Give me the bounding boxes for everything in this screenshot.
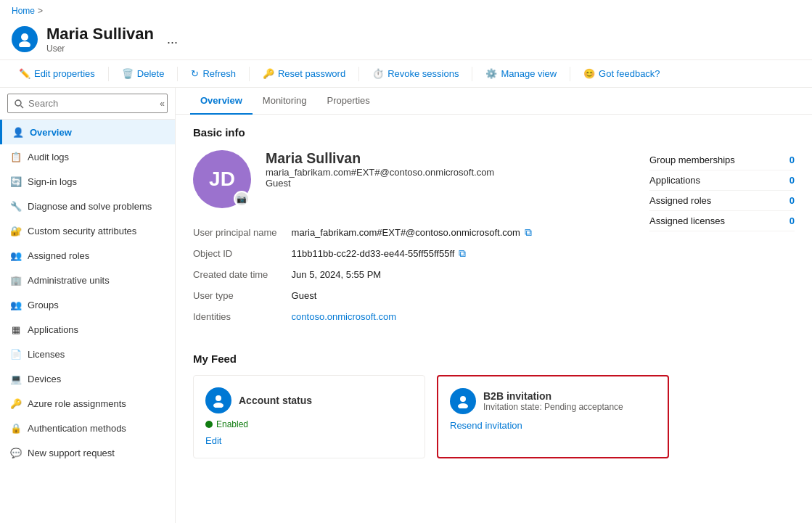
tab-monitoring[interactable]: Monitoring [253,88,317,115]
stat-label: Group memberships [649,155,735,165]
svg-point-3 [213,403,223,408]
refresh-label: Refresh [202,68,236,79]
nav-icon-custom-security: 🔐 [10,225,22,236]
status-text: Enabled [216,419,248,429]
nav-icon-licenses: 📄 [10,348,22,360]
nav-label-azure-roles: Azure role assignments [28,398,126,409]
sidebar-item-groups[interactable]: 👥Groups [0,292,175,317]
camera-icon[interactable]: 📷 [234,191,250,207]
revoke-label: Revoke sessions [387,68,459,79]
reset-password-button[interactable]: 🔑 Reset password [255,65,353,83]
stat-value[interactable]: 0 [790,215,795,226]
reset-label: Reset password [278,68,345,79]
card-status: Enabled [205,419,413,429]
main-layout: « 👤Overview📋Audit logs🔄Sign-in logs🔧Diag… [0,88,812,523]
nav-label-custom-security: Custom security attributes [28,226,136,236]
resend-invitation-link[interactable]: Resend invitation [450,420,656,431]
svg-point-0 [21,33,28,41]
nav-label-licenses: Licenses [28,349,65,360]
revoke-icon: ⏱️ [372,68,384,79]
search-input[interactable] [7,94,168,113]
stat-value[interactable]: 0 [790,175,795,186]
sidebar-item-devices[interactable]: 💻Devices [0,366,175,391]
nav-label-diagnose: Diagnose and solve problems [28,201,152,212]
user-role: User [46,44,154,54]
nav-icon-support: 💬 [10,447,22,458]
field-link[interactable]: contoso.onmicrosoft.com [292,311,397,322]
nav-icon-azure-roles: 🔑 [10,398,22,409]
svg-point-4 [460,396,466,402]
stat-label: Assigned licenses [649,215,725,226]
feed-cards: Account status Enabled Edit B2B invitati… [193,375,795,458]
card-avatar [205,387,231,413]
sidebar-item-sign-in-logs[interactable]: 🔄Sign-in logs [0,169,175,194]
sidebar-search-container: « [0,88,175,120]
content-area: OverviewMonitoringProperties Basic info … [176,88,812,523]
header-avatar [12,26,38,52]
reset-icon: 🔑 [263,68,274,79]
delete-icon: 🗑️ [122,68,134,79]
breadcrumb-home[interactable]: Home [12,6,35,16]
field-text: Jun 5, 2024, 5:55 PM [292,269,382,280]
manage-label: Manage view [501,68,557,79]
nav-label-devices: Devices [28,374,61,384]
user-email: maria_fabrikam.com#EXT#@contoso.onmicros… [266,167,494,178]
tab-overview[interactable]: Overview [190,88,253,115]
stat-value[interactable]: 0 [790,195,795,206]
refresh-icon: ↻ [191,68,199,79]
sidebar-item-diagnose[interactable]: 🔧Diagnose and solve problems [0,194,175,218]
page-title: Maria Sullivan [46,25,154,44]
svg-point-5 [458,403,468,408]
sidebar-item-audit-logs[interactable]: 📋Audit logs [0,144,175,169]
edit-properties-button[interactable]: ✏️ Edit properties [12,65,102,83]
status-dot [205,421,213,428]
nav-label-audit-logs: Audit logs [28,152,69,162]
toolbar-separator-3 [249,67,250,81]
nav-label-sign-in-logs: Sign-in logs [28,176,77,187]
edit-label: Edit properties [34,68,95,79]
feedback-button[interactable]: 😊 Got feedback? [576,65,668,83]
tab-properties[interactable]: Properties [317,88,380,115]
field-label: User principal name [193,226,277,239]
basic-info-title: Basic info [193,126,795,139]
sidebar: « 👤Overview📋Audit logs🔄Sign-in logs🔧Diag… [0,88,176,523]
sidebar-item-assigned-roles[interactable]: 👥Assigned roles [0,243,175,268]
more-options-button[interactable]: ... [163,30,182,49]
stat-value[interactable]: 0 [790,155,795,165]
field-text: maria_fabrikam.com#EXT#@contoso.onmicros… [292,227,520,238]
user-text-info: Maria Sullivan maria_fabrikam.com#EXT#@c… [266,150,494,189]
sidebar-item-support[interactable]: 💬New support request [0,440,175,465]
edit-icon: ✏️ [19,68,30,79]
col-left: JD 📷 Maria Sullivan maria_fabrikam.com#E… [193,150,620,338]
copy-icon[interactable]: ⧉ [525,226,532,239]
feedback-label: Got feedback? [599,68,660,79]
sidebar-nav: 👤Overview📋Audit logs🔄Sign-in logs🔧Diagno… [0,120,175,523]
stat-row: Applications0 [649,170,795,191]
field-value: maria_fabrikam.com#EXT#@contoso.onmicros… [292,226,620,239]
nav-label-assigned-roles: Assigned roles [28,250,89,261]
field-label: User type [193,289,277,302]
collapse-icon[interactable]: « [160,99,165,109]
nav-icon-overview: 👤 [12,126,24,138]
sidebar-item-admin-units[interactable]: 🏢Administrative units [0,268,175,292]
sidebar-item-licenses[interactable]: 📄Licenses [0,342,175,366]
sidebar-item-applications[interactable]: ▦Applications [0,317,175,342]
nav-label-support: New support request [28,448,115,458]
field-label: Identities [193,310,277,324]
delete-button[interactable]: 🗑️ Delete [115,65,172,83]
revoke-sessions-button[interactable]: ⏱️ Revoke sessions [365,65,466,83]
field-value: Jun 5, 2024, 5:55 PM [292,268,620,281]
svg-point-1 [19,41,30,47]
refresh-button[interactable]: ↻ Refresh [184,65,243,83]
card-edit-link[interactable]: Edit [205,435,413,446]
field-value: Guest [292,289,620,302]
sidebar-item-custom-security[interactable]: 🔐Custom security attributes [0,218,175,243]
nav-icon-sign-in-logs: 🔄 [10,176,22,187]
user-avatar: JD 📷 [193,150,251,208]
sidebar-item-azure-roles[interactable]: 🔑Azure role assignments [0,391,175,416]
copy-icon[interactable]: ⧉ [459,247,466,260]
sidebar-item-overview[interactable]: 👤Overview [0,120,175,144]
two-col-layout: JD 📷 Maria Sullivan maria_fabrikam.com#E… [193,150,795,338]
manage-view-button[interactable]: ⚙️ Manage view [478,65,564,83]
sidebar-item-auth-methods[interactable]: 🔒Authentication methods [0,416,175,440]
